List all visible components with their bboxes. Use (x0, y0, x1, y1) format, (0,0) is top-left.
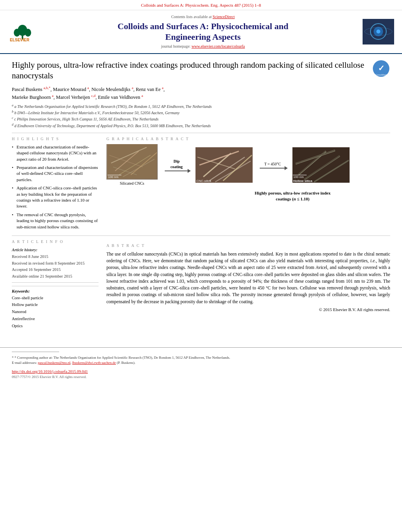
affiliation-c: c c Philips Innovation Services, High Te… (12, 116, 390, 122)
affiliation-d: d d Eindhoven University of Technology, … (12, 122, 390, 129)
journal-reference-text: Colloids and Surfaces A: Physicochem. En… (141, 3, 261, 7)
journal-cover-image (363, 19, 394, 44)
available-date: Available online 21 September 2015 (12, 273, 99, 280)
ga-bottom-labels: Highly porous, ultra-low refractive inde… (106, 190, 390, 202)
keyword-list: Core–shell particle Hollow particle Nano… (12, 295, 99, 330)
affiliation-a: a a The Netherlands Organisation for App… (12, 103, 390, 109)
svg-point-9 (376, 30, 380, 33)
ga-image-hollow-silica: Hollow silica 100 nm (292, 147, 350, 183)
contents-available-line: Contents lists available at ScienceDirec… (47, 14, 359, 20)
authors-line: Pascal Buskens a,b,*, Maurice Mourad a, … (12, 85, 390, 101)
dip-coating-label: Dipcoating (170, 159, 182, 170)
journal-title-block: Contents lists available at ScienceDirec… (43, 14, 363, 49)
svg-text:✓: ✓ (378, 64, 385, 72)
svg-text:CrossMark: CrossMark (375, 74, 387, 76)
graphical-abstract-section: G R A P H I C A L A B S T R A C T (106, 136, 390, 232)
homepage-link[interactable]: www.elsevier.com/locate/colsurfa (192, 44, 245, 48)
highlights-heading: H I G H L I G H T S (12, 136, 99, 142)
keyword-3: Nanorod (12, 308, 99, 315)
svg-rect-23 (108, 175, 121, 175)
journal-reference-bar: Colloids and Surfaces A: Physicochem. En… (0, 0, 402, 10)
affiliation-b: b b DWI—Leibniz Institute for Interactiv… (12, 109, 390, 116)
cnc-image-content: 100 nm (106, 144, 158, 180)
article-info-box: Article history: Received 8 June 2015 Re… (12, 247, 99, 280)
svg-rect-42 (293, 175, 307, 175)
footnote-corresponding: * * Corresponding author at: The Netherl… (12, 355, 390, 361)
svg-text:CNC-silica: CNC-silica (196, 179, 211, 183)
footnote-rule (12, 352, 59, 354)
article-history-label: Article history: (12, 247, 99, 254)
crossmark-icon[interactable]: ✓ CrossMark (372, 60, 390, 78)
ga-arrow-temp: T = 450°C (256, 161, 289, 169)
temp-label: T = 450°C (264, 161, 281, 167)
keyword-1: Core–shell particle (12, 295, 99, 302)
graphical-abstract-heading: G R A P H I C A L A B S T R A C T (106, 136, 390, 142)
article-body: Highly porous, ultra-low refractive inde… (0, 54, 402, 336)
article-title: Highly porous, ultra-low refractive inde… (12, 60, 368, 82)
ga-image-cnc-silica: CNC-silica (195, 147, 253, 183)
section-divider-2 (12, 235, 390, 236)
keyword-4: Antireflective (12, 315, 99, 323)
abstract-section: A B S T R A C T The use of cellulose nan… (106, 243, 390, 330)
highlight-item-1: Extraction and characterization of needl… (12, 144, 99, 162)
abstract-heading: A B S T R A C T (106, 243, 390, 248)
elsevier-logo: ELSEVIER (8, 21, 43, 43)
issn-line: 0927-7757/© 2015 Elsevier B.V. All right… (12, 374, 390, 380)
highlights-section: H I G H L I G H T S Extraction and chara… (12, 136, 99, 232)
sciencedirect-link[interactable]: ScienceDirect (212, 15, 234, 19)
email-link-1[interactable]: pascal.buskens@tno.nl (38, 361, 71, 365)
svg-text:100 nm: 100 nm (108, 175, 119, 179)
highlights-list: Extraction and characterization of needl… (12, 144, 99, 230)
article-title-row: Highly porous, ultra-low refractive inde… (12, 60, 390, 82)
email-link-2[interactable]: lbuskens@dwi.rwth-aachen.de (72, 361, 116, 365)
abstract-text: The use of cellulose nanocrystals (CNCs)… (106, 251, 390, 305)
highlight-item-2: Preparation and characterization of disp… (12, 165, 99, 183)
ga-bottom-label: Highly porous, ultra-low refractive inde… (195, 190, 390, 202)
svg-point-4 (25, 29, 31, 37)
keywords-label: Keywords: (12, 289, 99, 295)
ga-arrow-dip: Dipcoating (161, 159, 192, 171)
affiliations: a a The Netherlands Organisation for App… (12, 103, 390, 129)
journal-header: ELSEVIER Contents lists available at Sci… (0, 10, 402, 54)
accepted-date: Accepted 16 September 2015 (12, 267, 99, 273)
footnote-emails: E-mail addresses: pascal.buskens@tno.nl,… (12, 360, 390, 366)
svg-point-3 (14, 29, 20, 37)
keyword-5: Optics (12, 323, 99, 330)
info-abstract-row: A R T I C L E I N F O Article history: R… (12, 239, 390, 330)
article-info-heading: A R T I C L E I N F O (12, 239, 99, 245)
keywords-divider (12, 282, 99, 283)
highlight-item-3: Application of CNC-silica core–shell par… (12, 185, 99, 209)
section-divider (12, 133, 390, 133)
ga-label-cnc: Silicated CNCs (120, 181, 144, 186)
revised-date: Received in revised form 8 September 201… (12, 260, 99, 267)
ga-image-cnc: 100 nm (106, 144, 158, 180)
svg-text:Hollow silica: Hollow silica (293, 179, 313, 183)
article-info-section: A R T I C L E I N F O Article history: R… (12, 239, 99, 330)
highlight-item-4: The removal of CNC through pyrolysis, le… (12, 212, 99, 230)
keyword-2: Hollow particle (12, 301, 99, 308)
svg-text:ELSEVIER: ELSEVIER (10, 38, 30, 42)
doi-line: http://dx.doi.org/10.1016/j.colsurfa.201… (12, 369, 390, 374)
highlights-graphical-row: H I G H L I G H T S Extraction and chara… (12, 136, 390, 232)
received-date: Received 8 June 2015 (12, 254, 99, 260)
article-footer: * * Corresponding author at: The Netherl… (0, 347, 402, 384)
journal-homepage: journal homepage: www.elsevier.com/locat… (47, 44, 359, 49)
keywords-section: Keywords: Core–shell particle Hollow par… (12, 286, 99, 330)
ga-images-row: 100 nm Silicated CNCs Dipcoating (106, 144, 390, 186)
journal-name: Colloids and Surfaces A: Physicochemical… (47, 21, 359, 42)
doi-link[interactable]: http://dx.doi.org/10.1016/j.colsurfa.201… (12, 369, 88, 374)
abstract-copyright: © 2015 Elsevier B.V. All rights reserved… (106, 307, 390, 313)
svg-text:100 nm: 100 nm (293, 175, 304, 179)
